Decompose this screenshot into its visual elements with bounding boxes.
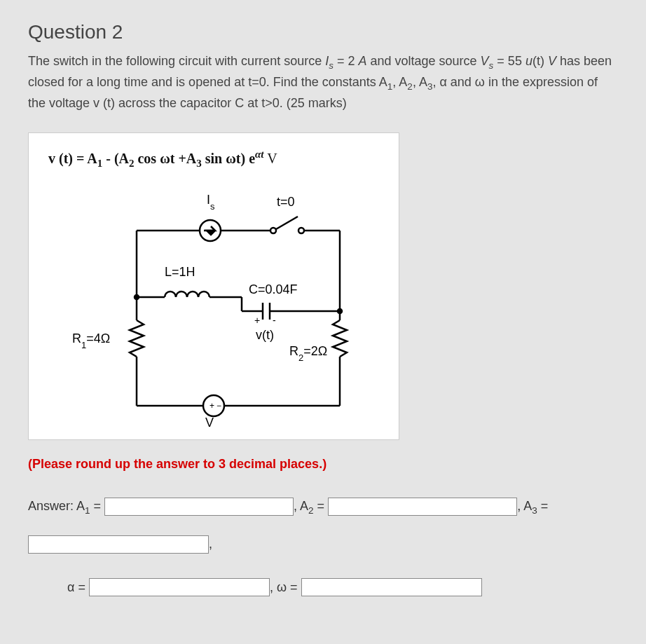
svg-point-24	[338, 309, 342, 313]
vs-label: Vs	[205, 416, 219, 427]
a2-label: , A2 =	[294, 499, 328, 513]
a2-input[interactable]	[328, 498, 517, 516]
l-label: L=1H	[165, 265, 195, 279]
cap-minus: -	[273, 315, 276, 326]
cap-plus: +	[254, 315, 260, 326]
voltage-equation: v (t) = A1 - (A2 cos ωt +A3 sin ωt) eαt …	[48, 149, 379, 170]
omega-input[interactable]	[301, 578, 482, 596]
r1-label: R1=4Ω	[72, 331, 110, 350]
circuit-diagram: + − + - Is t=0 L=1H C=0.04F v(t) R1=4Ω R…	[60, 181, 368, 427]
var-is: Is	[325, 54, 334, 68]
r2-label: R2=2Ω	[289, 344, 327, 363]
vs-plus: +	[209, 401, 214, 411]
var-vs: Vs	[481, 54, 494, 68]
vs-minus: −	[217, 401, 221, 411]
is-label: Is	[207, 193, 215, 212]
prompt-text: The switch in the following circuit with…	[28, 54, 325, 68]
a1-input[interactable]	[104, 498, 294, 516]
a1-label: Answer: A1 =	[28, 499, 104, 513]
a3-label: , A3 =	[517, 499, 548, 513]
t0-label: t=0	[277, 195, 295, 209]
rounding-instruction: (Please round up the answer to 3 decimal…	[28, 457, 618, 472]
answer-area: Answer: A1 = , A2 = , A3 = , α = , ω =	[28, 491, 618, 602]
omega-label: , ω =	[270, 580, 301, 594]
svg-line-6	[276, 217, 298, 229]
c-label: C=0.04F	[249, 282, 298, 296]
question-title: Question 2	[28, 21, 618, 43]
svg-point-7	[298, 228, 304, 233]
trailing-comma: ,	[209, 537, 212, 551]
svg-point-5	[270, 228, 276, 233]
alpha-label: α =	[67, 580, 89, 594]
a3-input[interactable]	[28, 535, 209, 554]
svg-point-23	[135, 295, 139, 299]
alpha-input[interactable]	[89, 578, 270, 596]
figure-box: v (t) = A1 - (A2 cos ωt +A3 sin ωt) eαt …	[28, 132, 399, 441]
vt-label: v(t)	[256, 328, 274, 342]
question-prompt: The switch in the following circuit with…	[28, 52, 618, 113]
